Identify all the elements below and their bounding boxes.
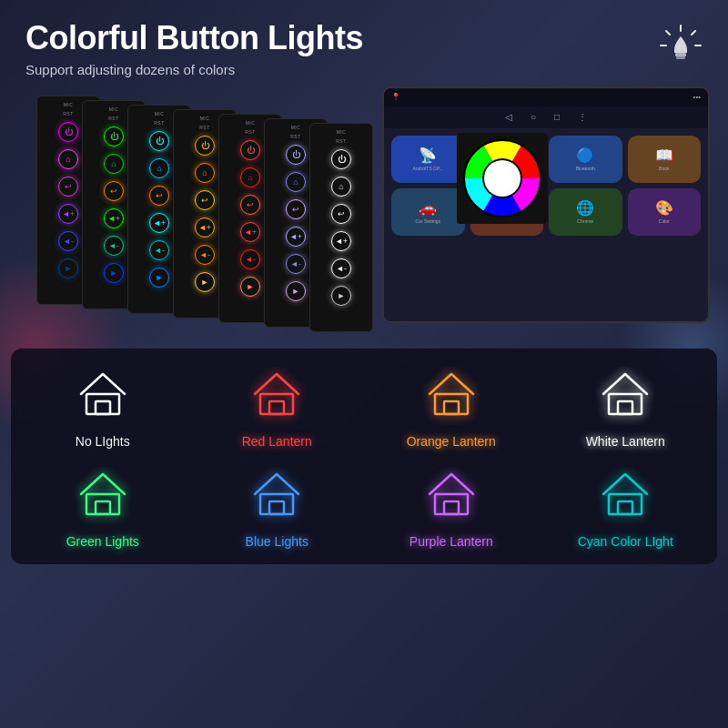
light-label-blue-lights: Blue Lights <box>246 534 308 550</box>
panel-btn-0: ⏻ <box>149 131 169 151</box>
panel-btn-1: ⌂ <box>195 163 215 183</box>
panel-btn-5: ► <box>58 258 78 278</box>
svg-rect-13 <box>260 394 293 414</box>
device-display-area: MICRST⏻⌂↩◄+◄-►MICRST⏻⌂↩◄+◄-►MICRST⏻⌂↩◄+◄… <box>18 86 710 341</box>
svg-point-10 <box>484 160 521 197</box>
page-title: Colorful Button Lights <box>25 20 363 56</box>
location-icon: 📍 <box>391 93 400 101</box>
svg-rect-16 <box>444 401 459 414</box>
status-bar: 📍 ••• <box>384 88 708 106</box>
house-svg-no-lights <box>74 367 132 425</box>
light-item-red-lantern[interactable]: Red Lantern <box>195 367 360 450</box>
panel-btn-4: ◄- <box>195 245 215 265</box>
panel-btn-2: ↩ <box>149 186 169 206</box>
svg-rect-26 <box>618 501 632 514</box>
panel-btn-4: ◄- <box>104 236 124 256</box>
panel-btn-2: ↩ <box>195 190 215 210</box>
panel-btn-2: ↩ <box>58 177 78 197</box>
panel-btn-4: ◄- <box>58 231 78 251</box>
light-item-white-lantern[interactable]: White Lantern <box>543 367 709 450</box>
bulb-icon <box>659 24 703 75</box>
panel-btn-0: ⏻ <box>331 149 351 169</box>
svg-rect-15 <box>435 394 468 414</box>
svg-rect-19 <box>86 494 119 514</box>
app-label: AndroITS GP... <box>413 167 443 172</box>
panel-btn-1: ⌂ <box>104 154 124 174</box>
panel-btn-1: ⌂ <box>149 158 169 178</box>
panel-btn-3: ◄+ <box>104 208 124 228</box>
screen-content: 📡 AndroITS GP... 🤖 APK Installer 🔵 Bluet… <box>384 128 708 321</box>
svg-line-3 <box>666 31 670 35</box>
light-label-no-lights: No LIghts <box>76 434 130 450</box>
app-label: Color <box>659 219 670 225</box>
light-item-purple-lantern[interactable]: Purple Lantern <box>369 467 534 550</box>
panel-btn-1: ⌂ <box>286 172 306 192</box>
house-svg-red-lantern <box>248 367 306 425</box>
app-symbol: 📡 <box>419 147 437 164</box>
svg-rect-12 <box>96 401 110 414</box>
svg-rect-14 <box>269 401 284 414</box>
app-icon[interactable]: 🌐 Chrome <box>549 188 622 236</box>
nav-bar: ◁ ○ □ ⋮ <box>384 106 708 128</box>
panel-btn-5: ► <box>331 286 351 306</box>
app-icon[interactable]: 🎨 Color <box>628 188 702 236</box>
light-label-red-lantern: Red Lantern <box>242 434 312 450</box>
light-item-green-lights[interactable]: Green Lights <box>20 467 186 550</box>
svg-rect-24 <box>444 501 459 514</box>
app-label: Chrome <box>577 219 593 225</box>
panel-btn-0: ⏻ <box>195 136 215 156</box>
panel-btn-2: ↩ <box>104 181 124 201</box>
panel-btn-0: ⏻ <box>104 126 124 147</box>
lights-grid: No LIghts Red Lantern Orange Lantern <box>20 367 708 551</box>
panel-btn-4: ◄- <box>149 240 169 260</box>
svg-rect-5 <box>675 53 686 56</box>
svg-rect-18 <box>618 401 632 414</box>
svg-rect-22 <box>269 501 284 514</box>
svg-rect-11 <box>86 394 119 414</box>
light-item-no-lights[interactable]: No LIghts <box>20 367 186 450</box>
app-icon[interactable]: 📖 Book <box>628 136 702 183</box>
app-symbol: 🚗 <box>419 199 437 217</box>
color-wheel-svg <box>461 137 543 219</box>
panel-btn-4: ◄- <box>331 258 351 278</box>
light-label-white-lantern: White Lantern <box>586 434 665 450</box>
devices-stack: MICRST⏻⌂↩◄+◄-►MICRST⏻⌂↩◄+◄-►MICRST⏻⌂↩◄+◄… <box>18 86 710 341</box>
panel-btn-5: ► <box>104 263 124 283</box>
app-label: Car Settings <box>415 219 440 225</box>
panel-btn-3: ◄+ <box>331 231 351 251</box>
svg-rect-23 <box>435 494 468 514</box>
header: Colorful Button Lights Support adjusting… <box>0 0 728 86</box>
menu-btn[interactable]: ⋮ <box>578 112 587 122</box>
panel-btn-2: ↩ <box>286 199 306 219</box>
header-text: Colorful Button Lights Support adjusting… <box>25 20 363 77</box>
svg-rect-20 <box>96 501 110 514</box>
svg-line-1 <box>692 31 695 35</box>
light-label-cyan-color-light: Cyan Color LIght <box>578 534 673 550</box>
light-item-orange-lantern[interactable]: Orange Lantern <box>369 367 534 450</box>
panel-btn-2: ↩ <box>240 195 260 215</box>
back-btn[interactable]: ◁ <box>505 112 512 122</box>
panels-container: MICRST⏻⌂↩◄+◄-►MICRST⏻⌂↩◄+◄-►MICRST⏻⌂↩◄+◄… <box>36 96 400 332</box>
svg-rect-21 <box>260 494 293 514</box>
page-subtitle: Support adjusting dozens of colors <box>25 62 363 77</box>
app-icon[interactable]: 🔵 Bluetooth <box>549 136 622 183</box>
light-item-blue-lights[interactable]: Blue Lights <box>195 467 360 550</box>
app-symbol: 📖 <box>655 147 673 164</box>
app-symbol: 🎨 <box>655 199 673 217</box>
info-panel: No LIghts Red Lantern Orange Lantern <box>11 349 717 565</box>
app-icon[interactable]: 📡 AndroITS GP... <box>391 136 465 183</box>
home-btn[interactable]: ○ <box>531 112 536 122</box>
light-label-orange-lantern: Orange Lantern <box>407 434 496 450</box>
house-svg-white-lantern <box>596 367 654 425</box>
recent-btn[interactable]: □ <box>554 112 560 122</box>
panel-btn-1: ⌂ <box>58 149 78 169</box>
svg-rect-6 <box>676 56 685 59</box>
light-item-cyan-color-light[interactable]: Cyan Color LIght <box>543 467 709 550</box>
svg-rect-17 <box>609 394 642 414</box>
panel-btn-0: ⏻ <box>58 122 78 142</box>
color-wheel-overlay <box>457 133 548 224</box>
house-svg-green-lights <box>74 467 132 525</box>
house-svg-purple-lantern <box>422 467 480 525</box>
app-icon[interactable]: 🚗 Car Settings <box>391 188 465 236</box>
app-label: Bluetooth <box>576 167 595 172</box>
